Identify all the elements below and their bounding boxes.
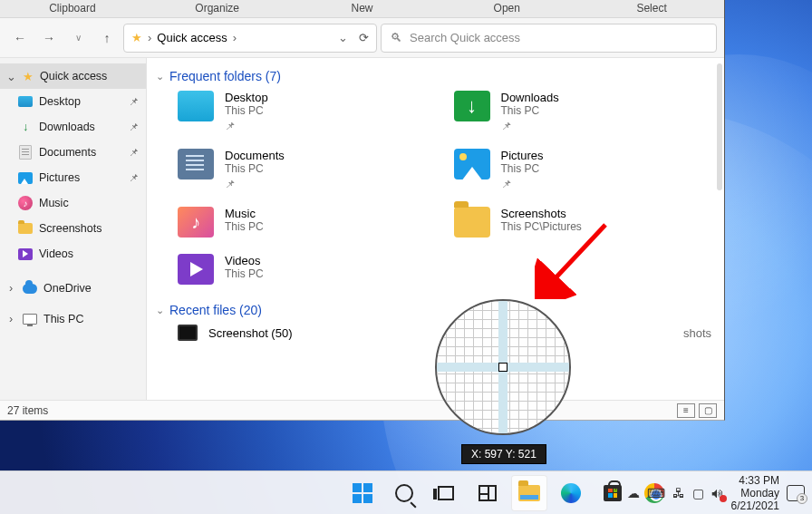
task-view-icon <box>438 486 454 500</box>
tray-overflow-icon[interactable]: ˄ <box>614 486 620 500</box>
widgets-button[interactable] <box>469 475 506 511</box>
battery-tray-icon[interactable]: ▢ <box>692 486 704 500</box>
sidebar-quick-access[interactable]: ⌄ ★ Quick access <box>0 63 146 89</box>
pin-icon: 📌︎ <box>129 172 139 183</box>
task-view-button[interactable] <box>428 475 464 511</box>
scrollbar[interactable] <box>717 63 722 190</box>
tile-name: Pictures <box>501 149 544 162</box>
clock-day: Monday <box>731 487 779 499</box>
forward-button[interactable]: → <box>36 25 62 51</box>
recent-file-loc: shots <box>683 326 711 340</box>
onedrive-tray-icon[interactable]: ☁ <box>627 486 640 500</box>
document-icon <box>178 149 214 179</box>
sidebar-item-screenshots[interactable]: Screenshots <box>0 216 146 241</box>
pin-icon: 📌︎ <box>225 178 285 190</box>
volume-tray-icon[interactable]: 🔊︎ <box>711 486 724 500</box>
tile-music[interactable]: Music This PC <box>178 207 436 238</box>
chevron-right-icon: › <box>148 31 151 44</box>
content-pane: ⌄ Frequent folders (7) Desktop This PC 📌… <box>147 58 724 400</box>
coordinate-readout: X: 597 Y: 521 <box>461 444 546 464</box>
tile-name: Videos <box>225 254 264 267</box>
video-icon <box>18 248 33 260</box>
pin-icon: 📌︎ <box>129 96 139 107</box>
sidebar-item-documents[interactable]: Documents 📌︎ <box>0 140 146 165</box>
pictures-icon <box>454 149 490 179</box>
tile-desktop[interactable]: Desktop This PC 📌︎ <box>178 91 436 132</box>
search-input[interactable]: 🔍︎ Search Quick access <box>381 24 717 53</box>
folder-icon <box>18 223 33 234</box>
system-tray: ˄ ☁ ⌨ 🖧︎ ▢ 🔊︎ 4:33 PM Monday 6/21/2021 3 <box>614 471 805 514</box>
sidebar-item-music[interactable]: ♪ Music <box>0 190 146 216</box>
up-button[interactable]: ↑ <box>94 25 120 51</box>
recent-file-row[interactable]: Screenshot (50) shots <box>156 325 711 341</box>
ribbon-tab-organize[interactable]: Organize <box>145 0 290 17</box>
ribbon-tab-new[interactable]: New <box>290 0 435 17</box>
network-tray-icon[interactable]: 🖧︎ <box>672 486 685 500</box>
status-bar: 27 items ≡ ▢ <box>0 400 724 420</box>
annotation-arrow <box>535 218 616 299</box>
back-button[interactable]: ← <box>7 25 33 51</box>
refresh-button[interactable]: ⟳ <box>359 31 369 44</box>
tile-videos[interactable]: Videos This PC <box>178 254 436 285</box>
ribbon-tabs: Clipboard Organize New Open Select <box>0 0 724 18</box>
edge-icon <box>561 483 581 503</box>
chevron-right-icon: › <box>5 282 16 295</box>
breadcrumb-root[interactable]: Quick access <box>157 31 227 44</box>
sidebar-this-pc[interactable]: › This PC <box>0 306 146 332</box>
desktop-icon <box>178 91 214 121</box>
windows-logo-icon <box>353 483 372 503</box>
folder-icon <box>454 207 490 238</box>
section-frequent-folders[interactable]: ⌄ Frequent folders (7) <box>156 69 711 83</box>
cloud-icon <box>23 284 37 294</box>
taskbar-edge[interactable] <box>553 475 589 511</box>
search-icon: 🔍︎ <box>391 31 402 44</box>
address-bar[interactable]: ★ › Quick access › ⌄ ⟳ <box>123 24 377 53</box>
tile-sub: This PC <box>225 220 264 233</box>
sidebar-item-downloads[interactable]: ↓ Downloads 📌︎ <box>0 114 146 140</box>
clock-time: 4:33 PM <box>731 474 779 487</box>
sidebar-item-videos[interactable]: Videos <box>0 241 146 267</box>
tile-pictures[interactable]: Pictures This PC 📌︎ <box>454 149 712 190</box>
chevron-right-icon: › <box>5 313 16 325</box>
tile-sub: This PC <box>225 104 268 117</box>
section-recent-files[interactable]: ⌄ Recent files (20) <box>156 303 711 317</box>
ribbon-tab-clipboard[interactable]: Clipboard <box>0 0 145 17</box>
view-large-button[interactable]: ▢ <box>699 403 717 418</box>
sidebar-item-label: Music <box>39 197 69 209</box>
notification-center-button[interactable]: 3 <box>787 485 805 501</box>
pictures-icon <box>18 172 33 184</box>
sidebar-item-pictures[interactable]: Pictures 📌︎ <box>0 165 146 190</box>
tile-sub: This PC <box>501 162 544 175</box>
pin-icon: 📌︎ <box>225 120 268 132</box>
pin-icon: 📌︎ <box>501 120 559 132</box>
sidebar-item-label: Documents <box>39 146 96 159</box>
screenshot-thumb-icon <box>178 325 198 341</box>
sidebar-item-label: Screenshots <box>39 222 102 235</box>
start-button[interactable] <box>344 475 381 511</box>
document-icon <box>19 145 32 160</box>
recent-file-name: Screenshot (50) <box>208 326 293 340</box>
ribbon-tab-select[interactable]: Select <box>579 0 724 17</box>
sidebar-item-desktop[interactable]: Desktop 📌︎ <box>0 89 146 114</box>
search-placeholder: Search Quick access <box>410 31 520 44</box>
section-title: Frequent folders (7) <box>169 69 281 83</box>
star-icon: ★ <box>131 31 142 44</box>
tile-downloads[interactable]: Downloads This PC 📌︎ <box>454 91 712 132</box>
sidebar-onedrive[interactable]: › OneDrive <box>0 276 146 301</box>
view-details-button[interactable]: ≡ <box>677 403 695 418</box>
tile-documents[interactable]: Documents This PC 📌︎ <box>178 149 436 190</box>
taskbar-search-button[interactable] <box>386 475 422 511</box>
sidebar-item-label: OneDrive <box>44 282 92 295</box>
tile-name: Documents <box>225 149 285 162</box>
music-icon <box>178 207 214 238</box>
chevron-right-icon: › <box>233 31 237 44</box>
taskbar-file-explorer[interactable] <box>511 475 547 511</box>
address-dropdown-icon[interactable]: ⌄ <box>338 31 348 44</box>
taskbar-clock[interactable]: 4:33 PM Monday 6/21/2021 <box>731 474 779 512</box>
keyboard-tray-icon[interactable]: ⌨ <box>647 486 665 500</box>
recent-dropdown-icon[interactable]: ∨ <box>65 25 91 51</box>
tile-name: Desktop <box>225 91 268 104</box>
file-explorer-icon <box>518 485 540 501</box>
ribbon-tab-open[interactable]: Open <box>434 0 579 17</box>
notification-badge: 3 <box>797 493 807 504</box>
